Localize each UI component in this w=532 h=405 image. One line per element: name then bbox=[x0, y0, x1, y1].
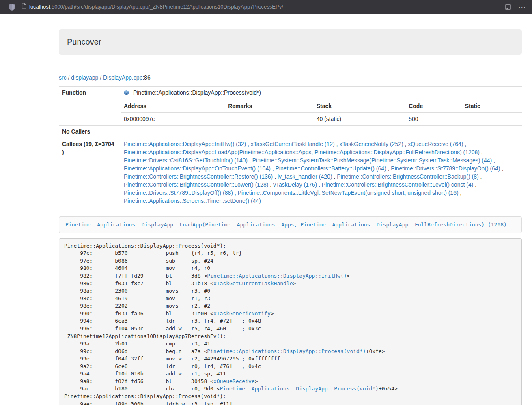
function-table: Function Pinetime::Applications::Display… bbox=[59, 86, 522, 207]
callee-link[interactable]: vTaskDelay (176) bbox=[273, 181, 317, 188]
assembly-symbol-link[interactable]: Pinetime::Applications::DisplayApp::Proc… bbox=[220, 386, 379, 392]
assembly-symbol-link[interactable]: Pinetime::Applications::DisplayApp::Proc… bbox=[207, 348, 366, 354]
breadcrumb: src / displayapp / DisplayApp.cpp:86 bbox=[59, 74, 522, 82]
assembly-symbol-link[interactable]: xTaskGetCurrentTaskHandle bbox=[213, 280, 293, 287]
callee-link[interactable]: Pinetime::Controllers::BrightnessControl… bbox=[124, 181, 268, 188]
cell-code: 500 bbox=[405, 113, 461, 125]
callee-link[interactable]: Pinetime::Drivers::St7789::DisplayOn() (… bbox=[391, 165, 500, 172]
highlighted-symbol-link[interactable]: Pinetime::Applications::DisplayApp::Load… bbox=[65, 222, 507, 228]
table-row-callees: Callees (19, Σ=3704 ) Pinetime::Applicat… bbox=[59, 138, 522, 207]
callee-link[interactable]: xQueueReceive (764) bbox=[408, 141, 463, 147]
breadcrumb-separator: / bbox=[67, 74, 71, 81]
callee-link[interactable]: Pinetime::Components::LittleVgl::SetNewT… bbox=[238, 190, 459, 196]
col-remarks: Remarks bbox=[225, 100, 313, 113]
assembly-symbol-link[interactable]: Pinetime::Applications::DisplayApp::Init… bbox=[207, 273, 347, 279]
callee-link[interactable]: xTaskGetCurrentTaskHandle (12) bbox=[251, 141, 335, 147]
col-code: Code bbox=[405, 100, 461, 113]
function-name: Pinetime::Applications::DisplayApp::Proc… bbox=[133, 89, 261, 96]
callees-label: Callees (19, Σ=3704 ) bbox=[59, 138, 121, 207]
url-bar[interactable]: localhost:5000/path/src/displayapp/Displ… bbox=[22, 3, 500, 11]
table-row-metrics: Address Remarks Stack Code Static 0x0000… bbox=[59, 100, 522, 125]
highlighted-symbol-panel: Pinetime::Applications::DisplayApp::Load… bbox=[59, 216, 522, 233]
callee-link[interactable]: Pinetime::Controllers::BrightnessControl… bbox=[124, 173, 273, 180]
no-callers-label: No Callers bbox=[59, 125, 121, 138]
metrics-value-row: 0x0000097c 40 (static) 500 bbox=[121, 113, 522, 125]
breadcrumb-link[interactable]: src bbox=[59, 74, 67, 81]
breadcrumb-line-number: :86 bbox=[142, 74, 150, 81]
callers-cell bbox=[121, 125, 522, 138]
url-path: :5000/path/src/displayapp/DisplayApp.cpp… bbox=[50, 4, 283, 10]
callee-link[interactable]: Pinetime::Drivers::Cst816S::GetTouchInfo… bbox=[124, 157, 248, 164]
function-label: Function bbox=[59, 86, 121, 100]
assembly-symbol-link[interactable]: xTaskGenericNotify bbox=[213, 310, 271, 317]
cell-remarks bbox=[225, 113, 313, 125]
assembly-symbol-link[interactable]: xQueueReceive bbox=[213, 378, 255, 384]
menu-icon[interactable]: ⋯ bbox=[518, 3, 526, 11]
cell-stack: 40 (static) bbox=[313, 113, 405, 125]
url-text: localhost:5000/path/src/displayapp/Displ… bbox=[29, 3, 283, 11]
metrics-header-row: Address Remarks Stack Code Static bbox=[121, 100, 522, 113]
assembly-code: Pinetime::Applications::DisplayApp::Proc… bbox=[59, 238, 522, 405]
divider bbox=[59, 65, 522, 65]
url-host: localhost bbox=[29, 4, 50, 10]
app-header: Puncover bbox=[59, 29, 522, 55]
metrics-label-empty bbox=[59, 100, 121, 125]
metrics-table: Address Remarks Stack Code Static 0x0000… bbox=[121, 100, 522, 125]
callee-link[interactable]: Pinetime::Applications::DisplayApp::Init… bbox=[124, 141, 246, 147]
callee-link[interactable]: xTaskGenericNotify (252) bbox=[339, 141, 403, 147]
callee-link[interactable]: Pinetime::System::SystemTask::PushMessag… bbox=[252, 157, 492, 164]
breadcrumb-link[interactable]: displayapp bbox=[71, 74, 98, 81]
function-cell: Pinetime::Applications::DisplayApp::Proc… bbox=[121, 86, 522, 100]
cell-address: 0x0000097c bbox=[121, 113, 225, 125]
callee-link[interactable]: Pinetime::Controllers::BrightnessControl… bbox=[337, 173, 478, 180]
table-row-callers: No Callers bbox=[59, 125, 522, 138]
callee-link[interactable]: Pinetime::Applications::Screens::Timer::… bbox=[124, 198, 261, 204]
col-address: Address bbox=[121, 100, 225, 113]
col-stack: Stack bbox=[313, 100, 405, 113]
callees-list: Pinetime::Applications::DisplayApp::Init… bbox=[121, 138, 522, 207]
table-row-function: Function Pinetime::Applications::Display… bbox=[59, 86, 522, 100]
cell-static bbox=[462, 113, 522, 125]
callee-link[interactable]: Pinetime::Controllers::BrightnessControl… bbox=[322, 181, 473, 188]
browser-chrome: localhost:5000/path/src/displayapp/Displ… bbox=[0, 0, 532, 14]
function-icon bbox=[124, 90, 129, 98]
metrics-cell: Address Remarks Stack Code Static 0x0000… bbox=[121, 100, 522, 125]
page-content: Puncover src / displayapp / DisplayApp.c… bbox=[59, 29, 522, 405]
callee-link[interactable]: Pinetime::Drivers::St7789::DisplayOff() … bbox=[124, 190, 233, 196]
callee-link[interactable]: lv_task_handler (420) bbox=[278, 173, 332, 180]
col-static: Static bbox=[462, 100, 522, 113]
callee-link[interactable]: Pinetime::Controllers::Battery::Update()… bbox=[276, 165, 386, 172]
brand-title: Puncover bbox=[67, 36, 101, 48]
page-icon bbox=[22, 3, 26, 11]
callee-link[interactable]: Pinetime::Applications::DisplayApp::Load… bbox=[124, 149, 480, 155]
reader-mode-icon[interactable] bbox=[505, 4, 511, 10]
breadcrumb-link[interactable]: DisplayApp.cpp bbox=[103, 74, 142, 81]
breadcrumb-separator: / bbox=[98, 74, 103, 81]
shield-icon[interactable] bbox=[9, 4, 15, 11]
callee-link[interactable]: Pinetime::Applications::DisplayApp::OnTo… bbox=[124, 165, 271, 172]
